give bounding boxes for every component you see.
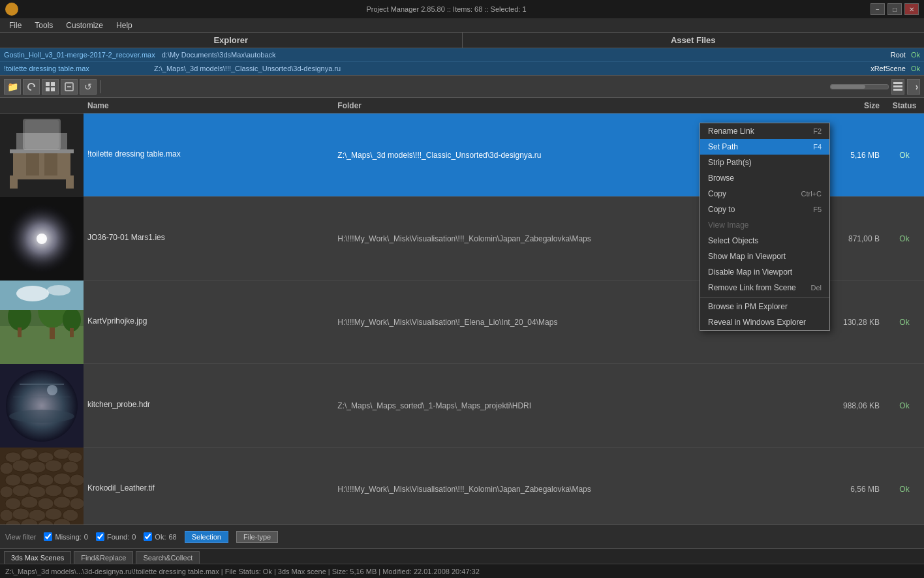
ctx-item-label: Browse xyxy=(708,174,734,183)
menu-help[interactable]: Help xyxy=(110,20,139,31)
bottom-tab-3ds-max-scenes[interactable]: 3ds Max Scenes xyxy=(4,551,71,564)
file-status: Ok xyxy=(885,197,924,280)
selection-button[interactable]: Selection xyxy=(185,531,228,543)
ctx-item-shortcut: Del xyxy=(810,284,822,292)
svg-point-33 xyxy=(47,285,70,296)
context-menu-item-rename-link[interactable]: Rename LinkF2 xyxy=(700,123,829,139)
filetype-button[interactable]: File-type xyxy=(236,531,278,543)
svg-rect-28 xyxy=(50,327,55,339)
col-status-header[interactable]: Status xyxy=(885,101,924,110)
file-size: 130,28 KB xyxy=(826,281,885,363)
context-menu-item-select-objects[interactable]: Select Objects xyxy=(700,233,829,249)
file-size: 871,00 B xyxy=(826,197,885,280)
sort-btn[interactable] xyxy=(907,79,920,95)
context-menu-item-remove-link-from-scene[interactable]: Remove Link from SceneDel xyxy=(700,280,829,296)
svg-point-51 xyxy=(5,474,21,486)
svg-point-56 xyxy=(0,486,13,498)
svg-point-52 xyxy=(21,473,38,485)
svg-rect-37 xyxy=(20,384,64,385)
close-button[interactable]: ✕ xyxy=(904,3,919,15)
found-count: 0 xyxy=(132,533,136,541)
bottom-tab-findandreplace[interactable]: Find&Replace xyxy=(74,551,133,564)
menu-tools[interactable]: Tools xyxy=(28,20,59,31)
found-checkbox[interactable] xyxy=(96,532,104,541)
svg-point-55 xyxy=(70,474,84,486)
bottom-tab-searchandcollect[interactable]: Search&Collect xyxy=(136,551,200,564)
panels-header: Explorer Asset Files xyxy=(0,33,924,48)
menu-file[interactable]: File xyxy=(3,20,28,31)
window-title: Project Manager 2.85.80 :: Items: 68 :: … xyxy=(22,5,870,13)
size-slider[interactable] xyxy=(830,84,889,89)
ctx-item-label: Set Path xyxy=(708,142,738,151)
svg-rect-1 xyxy=(46,82,50,86)
menu-customize[interactable]: Customize xyxy=(59,20,110,31)
toolbar-grid-btn[interactable] xyxy=(42,79,59,95)
ok-count: 68 xyxy=(168,533,176,541)
ok-badge-1: Ok xyxy=(911,51,920,59)
file-info: JO36-70-01 Mars1.ies xyxy=(84,197,333,280)
table-row[interactable]: Krokodil_Leather.tifH:\!!!My_Work\_Misk\… xyxy=(0,448,924,525)
svg-point-65 xyxy=(70,498,84,510)
svg-point-59 xyxy=(45,485,62,496)
file-status: Ok xyxy=(885,281,924,363)
context-menu-item-reveal-in-windows-explorer[interactable]: Reveal in Windows Explorer xyxy=(700,314,829,330)
context-menu-item-browse-in-pm-explorer[interactable]: Browse in PM Explorer xyxy=(700,299,829,314)
toolbar-right xyxy=(830,79,920,95)
bottom-tabs: 3ds Max ScenesFind&ReplaceSearch&Collect xyxy=(0,548,924,564)
svg-point-64 xyxy=(54,496,70,508)
scene-name-2[interactable]: !toilette dressing table.max xyxy=(4,65,147,72)
svg-rect-2 xyxy=(51,82,55,86)
table-row[interactable]: kitchen_probe.hdrZ:\_Maps\_Maps_sorted\_… xyxy=(0,364,924,448)
toolbar-refresh-btn[interactable] xyxy=(23,79,40,95)
ok-label: Ok: xyxy=(155,533,166,541)
svg-point-42 xyxy=(21,449,38,459)
minimize-button[interactable]: − xyxy=(870,3,885,15)
context-menu-item-disable-map-in-viewport[interactable]: Disable Map in Viewport xyxy=(700,264,829,280)
missing-count: 0 xyxy=(84,533,88,541)
file-folder: Z:\_Maps\_Maps_sorted\_1-Maps\_Maps_proj… xyxy=(333,364,826,447)
ok-checkbox[interactable] xyxy=(144,532,152,541)
svg-rect-7 xyxy=(893,82,902,84)
svg-point-63 xyxy=(38,498,54,510)
ctx-item-shortcut: Ctrl+C xyxy=(801,190,822,198)
svg-rect-8 xyxy=(893,85,902,87)
view-toggle-btn[interactable] xyxy=(891,79,904,95)
app-icon xyxy=(5,3,18,16)
file-name: KartVprihojke.jpg xyxy=(87,316,330,326)
context-menu-item-strip-path(s)[interactable]: Strip Path(s) xyxy=(700,155,829,170)
context-menu-item-set-path[interactable]: Set PathF4 xyxy=(700,139,829,155)
toolbar-select-btn[interactable] xyxy=(61,79,78,95)
file-thumbnail xyxy=(0,364,84,448)
col-folder-header[interactable]: Folder xyxy=(333,101,826,110)
toolbar-folder-btn[interactable]: 📁 xyxy=(4,79,21,95)
ctx-item-label: Reveal in Windows Explorer xyxy=(708,318,806,327)
found-filter[interactable]: Found: 0 xyxy=(96,532,136,541)
ctx-item-shortcut: F4 xyxy=(813,143,822,151)
col-size-header[interactable]: Size xyxy=(826,101,885,110)
svg-rect-16 xyxy=(26,153,39,175)
svg-rect-38 xyxy=(13,397,70,397)
explorer-panel-title: Explorer xyxy=(0,33,463,48)
file-info: KartVprihojke.jpg xyxy=(84,281,333,363)
ctx-item-shortcut: F2 xyxy=(813,127,822,135)
menubar: File Tools Customize Help xyxy=(0,18,924,33)
scene-path-2: Z:\_Maps\_3d models\!!!_Classic_Unsorted… xyxy=(147,65,870,72)
missing-filter[interactable]: Missing: 0 xyxy=(44,532,87,541)
ctx-item-shortcut: F5 xyxy=(813,205,822,213)
svg-point-60 xyxy=(63,486,78,498)
scene-name-1[interactable]: Gostin_Holl_v3_01-merge-2017-2_recover.m… xyxy=(4,51,155,59)
ok-filter[interactable]: Ok: 68 xyxy=(144,532,176,541)
context-menu-item-show-map-in-viewport[interactable]: Show Map in Viewport xyxy=(700,249,829,264)
window-controls: − □ ✕ xyxy=(870,3,919,15)
missing-checkbox[interactable] xyxy=(44,532,52,541)
context-menu-item-copy[interactable]: CopyCtrl+C xyxy=(700,186,829,202)
file-thumbnail xyxy=(0,114,84,197)
svg-rect-26 xyxy=(18,327,22,337)
col-name-header[interactable]: Name xyxy=(84,101,333,110)
context-menu-item-browse[interactable]: Browse xyxy=(700,170,829,186)
toolbar-reset-btn[interactable]: ↺ xyxy=(80,79,97,95)
asset-files-panel-title: Asset Files xyxy=(463,33,925,48)
context-menu-item-copy-to[interactable]: Copy toF5 xyxy=(700,202,829,217)
svg-point-47 xyxy=(12,460,29,472)
maximize-button[interactable]: □ xyxy=(887,3,902,15)
